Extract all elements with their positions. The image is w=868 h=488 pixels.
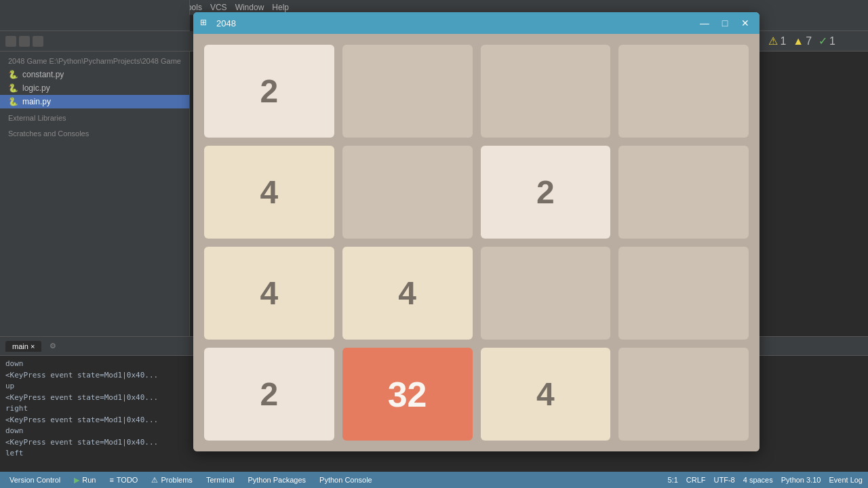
file-constant-label: constant.py [22, 70, 64, 79]
terminal-btn[interactable]: Terminal [202, 474, 239, 485]
tile-r3-c1: 32 [342, 348, 473, 441]
tile-r2-c3 [618, 247, 749, 340]
scratches-consoles-label: Scratches and Consoles [0, 124, 189, 140]
tile-r0-c1 [342, 45, 473, 138]
alert-icon: ⚠ [768, 35, 778, 47]
event-log[interactable]: Event Log [829, 476, 863, 484]
problems-label: Problems [161, 476, 192, 484]
python-version: Python 3.10 [781, 476, 821, 484]
minimize-icon: — [700, 18, 709, 28]
python-icon: 🐍 [8, 70, 18, 79]
alert-badge: ⚠ 1 [768, 35, 786, 47]
version-control-label: Version Control [9, 476, 60, 484]
sidebar-item-logic[interactable]: 🐍 logic.py [0, 81, 189, 95]
tile-r3-c3 [618, 348, 749, 441]
status-bar-right: 5:1 CRLF UTF-8 4 spaces Python 3.10 Even… [668, 476, 863, 484]
terminal-label: Terminal [206, 476, 235, 484]
menu-window[interactable]: Window [235, 3, 264, 12]
check-count: 1 [829, 35, 835, 47]
tile-r0-c3 [618, 45, 749, 138]
toolbar-icon-1[interactable] [5, 36, 16, 47]
menu-vcs[interactable]: VCS [210, 3, 227, 12]
line-ending: CRLF [686, 476, 706, 484]
game-window-icon: ⊞ [200, 18, 211, 28]
external-libraries-label: External Libraries [0, 108, 189, 124]
file-main-label: main.py [22, 97, 51, 106]
tile-r2-c2 [481, 247, 611, 340]
window-controls: — □ ✕ [697, 16, 753, 30]
menu-help[interactable]: Help [272, 3, 289, 12]
sidebar-item-constant[interactable]: 🐍 constant.py [0, 68, 189, 81]
minimize-button[interactable]: — [697, 16, 712, 30]
tile-r1-c1 [342, 146, 473, 239]
status-bar-left: Version Control ▶ Run ≡ TODO ⚠ Problems … [5, 474, 376, 486]
tile-r2-c1: 4 [342, 247, 473, 340]
maximize-icon: □ [722, 18, 728, 28]
game-title: 2048 [216, 18, 236, 28]
run-btn[interactable]: ▶ Run [70, 474, 100, 486]
game-titlebar: ⊞ 2048 — □ ✕ [193, 12, 760, 34]
game-window: ⊞ 2048 — □ ✕ 242442324 [193, 12, 760, 451]
tile-r1-c2: 2 [481, 146, 611, 239]
indent: 4 spaces [743, 476, 773, 484]
warning-badge: ▲ 7 [793, 35, 812, 47]
python-icon: 🐍 [8, 83, 18, 93]
check-badge: ✓ 1 [818, 35, 835, 47]
python-console-label: Python Console [319, 476, 372, 484]
todo-btn[interactable]: ≡ TODO [105, 474, 142, 485]
problems-btn[interactable]: ⚠ Problems [147, 474, 196, 486]
tile-r1-c0: 4 [204, 146, 334, 239]
tile-r3-c2: 4 [481, 348, 611, 441]
status-bar: Version Control ▶ Run ≡ TODO ⚠ Problems … [0, 472, 868, 488]
packages-label: Python Packages [248, 476, 306, 484]
python-packages-btn[interactable]: Python Packages [243, 474, 310, 485]
breadcrumb-path: 2048 Game E:\Python\PycharmProjects\2048… [0, 54, 189, 68]
close-button[interactable]: ✕ [738, 16, 753, 30]
encoding: UTF-8 [714, 476, 735, 484]
bottom-tab-main[interactable]: main × [5, 341, 41, 352]
cursor-position: 5:1 [668, 476, 678, 484]
problems-icon: ⚠ [151, 476, 158, 485]
todo-label: TODO [117, 476, 138, 484]
gear-icon-bottom[interactable]: ⚙ [50, 342, 56, 350]
sidebar-content: 2048 Game E:\Python\PycharmProjects\2048… [0, 52, 189, 142]
warning-icon: ▲ [793, 35, 804, 47]
file-logic-label: logic.py [22, 83, 50, 93]
python-icon: 🐍 [8, 97, 18, 106]
toolbar-icon-3[interactable] [33, 36, 43, 47]
tile-r0-c0: 2 [204, 45, 334, 138]
python-console-btn[interactable]: Python Console [315, 474, 376, 485]
run-icon: ▶ [74, 476, 79, 485]
tile-r1-c3 [618, 146, 749, 239]
tile-r2-c0: 4 [204, 247, 334, 340]
check-icon: ✓ [818, 35, 827, 47]
close-icon: ✕ [741, 18, 749, 28]
sidebar-item-main[interactable]: 🐍 main.py [0, 95, 189, 108]
game-board: 242442324 [193, 34, 760, 451]
version-control-btn[interactable]: Version Control [5, 474, 64, 485]
tile-r3-c0: 2 [204, 348, 334, 441]
tile-r0-c2 [481, 45, 611, 138]
run-label: Run [82, 476, 96, 484]
warning-count: 7 [806, 35, 812, 47]
toolbar-icon-2[interactable] [19, 36, 30, 47]
maximize-button[interactable]: □ [717, 16, 732, 30]
todo-icon: ≡ [109, 476, 113, 484]
alert-count: 1 [780, 35, 786, 47]
